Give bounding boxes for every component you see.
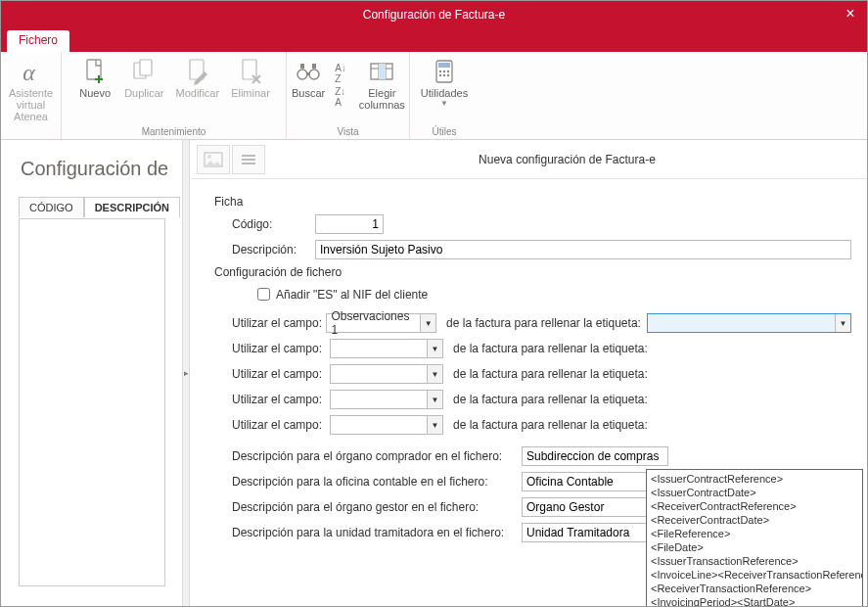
app-window: Configuración de Factura-e × Fichero α A… [0, 0, 868, 607]
modificar-button[interactable]: Modificar [170, 56, 226, 101]
svg-point-29 [207, 155, 211, 159]
chevron-down-icon: ▼ [432, 396, 439, 404]
elegir-columnas-button[interactable]: Elegir columnas [353, 56, 411, 113]
desc-label-tramitadora: Descripción para la unidad tramitadora e… [232, 526, 522, 539]
dropdown-item[interactable]: <FileDate> [647, 540, 862, 554]
svg-rect-14 [306, 72, 310, 75]
dropdown-item[interactable]: <InvoicingPeriod><StartDate> [647, 595, 862, 607]
svg-text:α: α [23, 60, 35, 84]
usefield-label: Utilizar el campo: [232, 367, 330, 381]
chevron-down-icon: ▼ [432, 421, 439, 430]
dropdown-item[interactable]: <ReceiverContractDate> [647, 513, 862, 527]
section-config-fichero: Configuración de fichero [214, 265, 851, 279]
chevron-down-icon: ▼ [432, 345, 439, 353]
buscar-button[interactable]: Buscar [285, 56, 332, 113]
utilidades-button[interactable]: Utilidades ▼ [415, 56, 474, 110]
records-grid[interactable] [19, 218, 165, 586]
calculator-icon [431, 58, 458, 85]
combo-field-5[interactable]: ▼ [330, 415, 443, 435]
grid-header-tabs: CÓDIGO DESCRIPCIÓN [19, 197, 180, 217]
chevron-down-icon: ▼ [432, 370, 439, 379]
svg-rect-12 [300, 64, 304, 69]
binoculars-icon [295, 58, 322, 85]
chevron-down-icon: ▼ [425, 319, 433, 328]
duplicar-button[interactable]: Duplicar [118, 56, 169, 101]
input-descripcion[interactable] [315, 240, 851, 259]
svg-point-10 [297, 70, 307, 79]
alpha-icon: α [18, 58, 45, 85]
desc-label-gestor: Descripción para el órgano gestor en el … [232, 500, 522, 514]
panel-image-icon[interactable] [197, 145, 230, 174]
svg-point-25 [439, 74, 441, 76]
section-ficha: Ficha [214, 195, 851, 209]
svg-rect-19 [379, 64, 386, 79]
nuevo-button[interactable]: Nuevo [71, 56, 118, 101]
document-new-icon [81, 58, 109, 85]
desc-label-contable: Descripción para la oficina contable en … [232, 475, 522, 489]
dropdown-item[interactable]: <IssuerContractReference> [647, 472, 862, 486]
main-area: Configuración de CÓDIGO DESCRIPCIÓN ▸ Nu… [1, 140, 867, 606]
combo-field-1[interactable]: Observaciones 1 ▼ [326, 313, 436, 333]
ribbon: α Asistente virtual Atenea Nuevo [1, 52, 867, 140]
window-title: Configuración de Factura-e [363, 8, 505, 22]
document-duplicate-icon [130, 58, 158, 85]
ribbon-tabrow: Fichero [1, 28, 867, 52]
columns-icon [368, 58, 395, 85]
asistente-virtual-button[interactable]: α Asistente virtual Atenea [3, 56, 59, 124]
document-edit-icon [184, 58, 211, 85]
combo-field-2[interactable]: ▼ [330, 339, 443, 358]
sort-desc-button[interactable]: Z↓A [332, 85, 349, 109]
midtext-1: de la factura para rellenar la etiqueta: [446, 316, 641, 330]
checkbox-add-es[interactable] [257, 288, 270, 301]
input-codigo[interactable] [315, 214, 384, 234]
dropdown-item[interactable]: <FileReference> [647, 527, 862, 540]
panel-header: Nueva configuración de Factura-e [191, 140, 867, 179]
splitter[interactable]: ▸ [182, 140, 190, 606]
usefield-label: Utilizar el campo: [232, 393, 330, 406]
desc-input-comprador[interactable] [522, 446, 668, 466]
svg-point-23 [443, 70, 445, 72]
col-codigo[interactable]: CÓDIGO [19, 197, 84, 217]
dropdown-item[interactable]: <InvoiceLine><ReceiverTransactionReferen… [647, 568, 862, 582]
group-vista-label: Vista [287, 126, 409, 137]
group-utiles-label: Útiles [410, 126, 479, 137]
svg-rect-13 [312, 64, 316, 69]
dropdown-item[interactable]: <ReceiverContractReference> [647, 499, 862, 513]
combo-tag-1[interactable]: ▼ [647, 313, 851, 333]
usefield-label: Utilizar el campo: [232, 316, 326, 330]
document-delete-icon [237, 58, 264, 85]
sort-asc-button[interactable]: A↓Z [332, 62, 349, 85]
chevron-right-icon: ▸ [184, 368, 189, 378]
tag-dropdown[interactable]: <IssuerContractReference><IssuerContract… [646, 469, 863, 607]
combo-field-3[interactable]: ▼ [330, 364, 443, 384]
dropdown-item[interactable]: <IssuerContractDate> [647, 486, 862, 499]
svg-point-24 [447, 70, 449, 72]
panel-list-icon[interactable] [232, 145, 265, 174]
chevron-down-icon: ▼ [840, 319, 847, 328]
close-button[interactable]: × [842, 5, 859, 23]
usefield-label: Utilizar el campo: [232, 418, 330, 432]
col-descripcion[interactable]: DESCRIPCIÓN [84, 197, 180, 217]
desc-label-comprador: Descripción para el órgano comprador en … [232, 449, 522, 463]
dropdown-item[interactable]: <ReceiverTransactionReference> [647, 582, 862, 595]
group-mantenimiento-label: Mantenimiento [62, 126, 286, 137]
svg-point-11 [309, 70, 319, 79]
usefield-label: Utilizar el campo: [232, 342, 330, 355]
combo-field-4[interactable]: ▼ [330, 390, 443, 409]
eliminar-button[interactable]: Eliminar [225, 56, 276, 101]
page-title: Configuración de [21, 158, 168, 180]
title-bar: Configuración de Factura-e × [1, 1, 867, 28]
label-descripcion: Descripción: [232, 243, 315, 257]
dropdown-item[interactable]: <IssuerTransactionReference> [647, 554, 862, 568]
panel-title: Nueva configuración de Factura-e [267, 153, 867, 166]
tab-file[interactable]: Fichero [7, 30, 69, 52]
svg-point-27 [447, 74, 449, 76]
label-add-es: Añadir "ES" al NIF del cliente [276, 288, 428, 302]
label-codigo: Código: [232, 217, 315, 231]
svg-rect-5 [140, 60, 152, 75]
chevron-down-icon: ▼ [440, 99, 448, 108]
svg-point-26 [443, 74, 445, 76]
svg-point-22 [439, 70, 441, 72]
svg-rect-21 [438, 63, 450, 68]
